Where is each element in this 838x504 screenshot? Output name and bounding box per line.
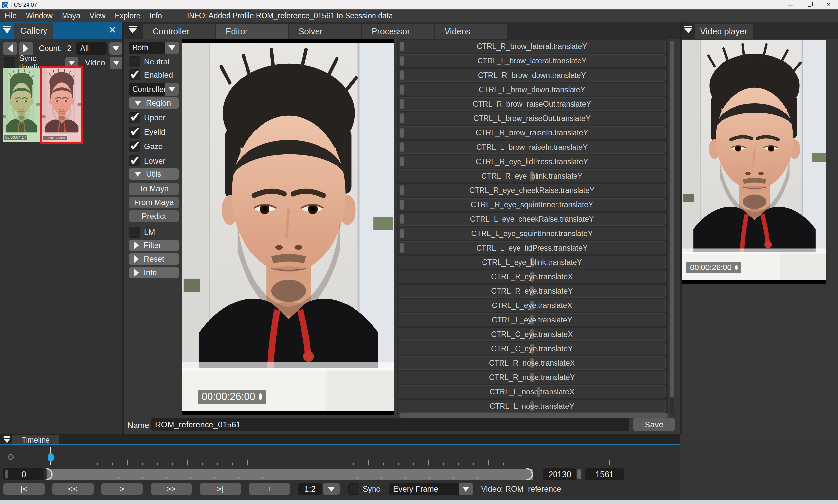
utils-section-header[interactable]: Utils (129, 168, 179, 180)
frame-count-value[interactable]: 1561 (585, 468, 624, 481)
controller-tab[interactable]: Solver (289, 23, 361, 39)
panel-filter-icon[interactable] (683, 25, 693, 34)
panel-filter-icon[interactable] (128, 25, 138, 34)
control-slider-row[interactable]: CTRL_C_eye.translateX (398, 328, 666, 341)
control-slider-row[interactable]: CTRL_R_brow_raiseIn.translateY (398, 126, 666, 139)
menu-item[interactable]: File (0, 12, 21, 20)
control-slider-row[interactable]: CTRL_R_brow_raiseOut.translateY (398, 97, 666, 110)
control-slider-row[interactable]: CTRL_R_eye.translateY (398, 285, 666, 298)
control-slider-row[interactable]: CTRL_C_eye.translateY (398, 342, 666, 355)
control-slider-row[interactable]: CTRL_R_nose.translateY (398, 371, 666, 384)
controller-tab[interactable]: Controller (143, 23, 215, 39)
collapsed-section-header[interactable]: Filter (129, 240, 179, 251)
control-slider-row[interactable]: CTRL_R_brow_lateral.translateY (398, 40, 666, 53)
panel-filter-icon[interactable] (2, 25, 12, 34)
minimize-button[interactable]: — (781, 0, 800, 10)
collapsed-section-header[interactable]: Reset (129, 253, 179, 265)
control-slider-row[interactable]: CTRL_R_brow_down.translateY (398, 69, 666, 82)
control-slider-row[interactable]: CTRL_L_brow_raiseOut.translateY (398, 112, 666, 125)
control-slider-row[interactable]: CTRL_L_eye_cheekRaise.translateY (398, 213, 666, 226)
timeline-sync-checkbox[interactable] (348, 483, 360, 494)
control-slider-row[interactable]: CTRL_L_brow_lateral.translateY (398, 54, 666, 67)
timeline-origin-marker[interactable] (8, 454, 14, 460)
control-slider-row[interactable]: CTRL_L_eye.translateY (398, 313, 666, 326)
control-slider-row[interactable]: CTRL_L_eye_squintInner.translateY (398, 227, 666, 240)
maximize-button[interactable] (800, 0, 819, 10)
control-slider-row[interactable]: CTRL_L_nose.translateY (398, 400, 666, 413)
control-slider-row[interactable]: CTRL_L_eye_lidPress.translateY (398, 241, 666, 254)
gallery-thumbnail[interactable]: 00:00:26:00 (42, 68, 81, 142)
chevron-down-icon[interactable] (165, 41, 179, 54)
chevron-down-icon[interactable] (165, 83, 179, 95)
video-dropdown-arrow[interactable] (110, 57, 122, 69)
neutral-checkbox[interactable] (129, 56, 140, 67)
both-dropdown[interactable]: Both (129, 41, 179, 54)
transport-button[interactable]: |< (3, 483, 45, 494)
range-start-handle[interactable] (5, 470, 8, 479)
transport-button[interactable]: << (52, 483, 93, 494)
sync-dropdown-arrow[interactable] (66, 57, 78, 69)
tab-gallery[interactable]: Gallery (14, 23, 53, 39)
close-button[interactable]: ✕ (819, 0, 838, 10)
transport-button[interactable]: + (249, 483, 290, 494)
menu-item[interactable]: Maya (57, 12, 85, 20)
action-button[interactable]: Predict (129, 210, 179, 222)
region-checkbox[interactable] (129, 155, 140, 166)
gallery-thumbnail[interactable]: 00:00:04:17 (3, 68, 40, 142)
control-slider-row[interactable]: CTRL_R_eye_blink.translateY (398, 169, 666, 182)
menu-item[interactable]: Explore (110, 12, 145, 20)
menu-item[interactable]: Window (21, 12, 57, 20)
frame-mode-arrow[interactable] (459, 483, 473, 494)
tab-timeline[interactable]: Timeline (13, 435, 59, 445)
region-checkbox[interactable] (129, 127, 140, 138)
control-slider-row[interactable]: CTRL_R_eye_lidPress.translateY (398, 155, 666, 168)
video-player-view[interactable]: 00:00:26:00 (682, 40, 826, 284)
control-slider-row[interactable]: CTRL_L_brow_raiseIn.translateY (398, 141, 666, 154)
transport-button[interactable]: > (102, 483, 143, 494)
slider-list-scrollbar[interactable] (670, 40, 674, 415)
timeline-ruler[interactable] (6, 460, 624, 465)
control-slider-row[interactable]: CTRL_L_nose.translateX (398, 385, 666, 398)
tab-video-player[interactable]: Video player (695, 23, 753, 39)
transport-button[interactable]: >> (151, 483, 192, 494)
slider-list-hscrollbar[interactable] (399, 413, 668, 418)
control-slider-row[interactable]: CTRL_R_eye_squintInner.translateY (398, 198, 666, 211)
save-button[interactable]: Save (633, 418, 675, 431)
menu-item[interactable]: View (85, 12, 110, 20)
range-end-value[interactable]: 20130 (543, 468, 576, 481)
control-slider-row[interactable]: CTRL_R_eye.translateX (398, 270, 666, 283)
panel-filter-icon[interactable] (3, 436, 11, 444)
controller-tab[interactable]: Editor (216, 23, 288, 39)
scrollbar-thumb[interactable] (670, 40, 674, 398)
step-ratio-value[interactable]: 1:2 (298, 483, 322, 494)
collapsed-section-header[interactable]: Info (129, 267, 179, 278)
control-slider-row[interactable]: CTRL_L_brow_down.translateY (398, 83, 666, 96)
controller-dropdown[interactable]: Controller (129, 83, 179, 95)
enabled-checkbox[interactable] (129, 69, 140, 80)
control-slider-row[interactable]: CTRL_L_eye_blink.translateY (398, 256, 666, 269)
range-end-handle[interactable] (577, 469, 581, 480)
controller-tab[interactable]: Processor (362, 23, 434, 39)
range-start-value[interactable]: 0 (3, 468, 44, 481)
control-slider-row[interactable]: CTRL_R_nose.translateX (398, 357, 666, 370)
frame-mode-dropdown[interactable]: Every Frame (389, 483, 459, 494)
control-slider-row[interactable]: CTRL_L_eye.translateX (398, 299, 666, 312)
next-thumbnail-button[interactable] (19, 42, 33, 55)
region-checkbox[interactable] (129, 141, 140, 152)
prev-thumbnail-button[interactable] (3, 42, 17, 55)
gallery-filter-arrow[interactable] (109, 42, 122, 55)
sync-timeline-checkbox[interactable] (4, 57, 15, 68)
reference-image-viewer[interactable]: 00:00:26:00 (182, 39, 394, 415)
name-input[interactable]: ROM_reference_01561 (151, 418, 629, 431)
action-button[interactable]: To Maya (129, 183, 179, 195)
lm-checkbox[interactable] (129, 227, 140, 238)
menu-item[interactable]: Info (145, 12, 167, 20)
step-ratio-arrow[interactable] (323, 483, 340, 494)
controller-tab[interactable]: Videos (435, 23, 507, 39)
region-checkbox[interactable] (129, 112, 140, 123)
transport-button[interactable]: >| (200, 483, 241, 494)
region-section-header[interactable]: Region (129, 97, 179, 109)
action-button[interactable]: From Maya (129, 197, 179, 208)
gallery-filter-dropdown[interactable]: All (76, 42, 107, 55)
close-icon[interactable]: ✕ (108, 24, 117, 36)
